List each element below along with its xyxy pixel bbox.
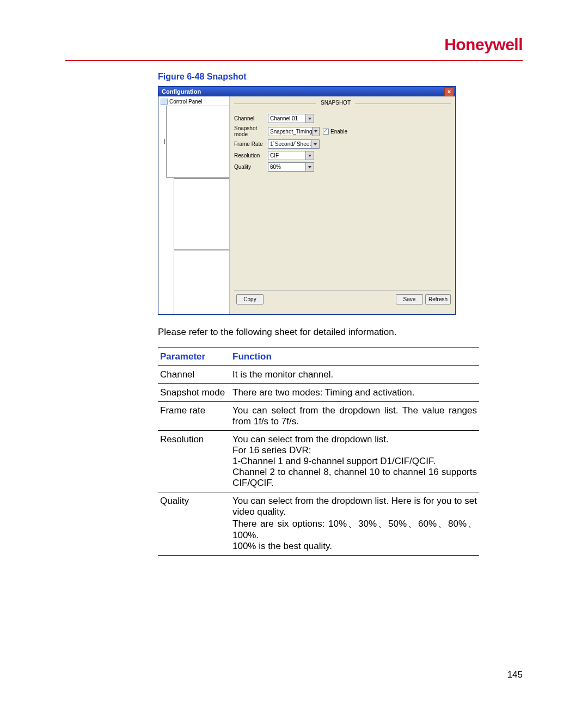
chevron-down-icon [305, 151, 314, 160]
config-main: SNAPSHOT Channel Channel 01 Snapshot mod… [230, 96, 455, 314]
rate-select[interactable]: 1`Second/`Sheet [268, 139, 320, 149]
param-cell: Quality [158, 492, 230, 556]
page-icon [174, 178, 230, 250]
config-titlebar: Configuration × [158, 87, 455, 96]
page-icon [174, 251, 230, 315]
figure-caption: Figure 6-48 Snapshot [158, 72, 485, 82]
enable-checkbox[interactable] [323, 129, 329, 135]
config-title: Configuration [162, 88, 201, 95]
save-button[interactable]: Save [396, 294, 423, 304]
th-function: Function [230, 348, 479, 366]
param-cell: Snapshot mode [158, 384, 230, 402]
res-value: CIF [270, 153, 279, 159]
table-row: ResolutionYou can select from the dropdo… [158, 431, 479, 492]
collapse-icon[interactable] [164, 139, 165, 144]
quality-label: Quality [234, 164, 268, 170]
config-window: Configuration × Control Panel Query Syst… [158, 86, 456, 315]
param-cell: Channel [158, 366, 230, 384]
page-icon [166, 106, 230, 178]
table-row: Snapshot modeThere are two modes: Timing… [158, 384, 479, 402]
rate-label: Frame Rate [234, 141, 268, 147]
brand-logo: Honeywell [444, 35, 523, 54]
mode-select[interactable]: Snapshot_Timing [268, 127, 320, 136]
mode-label: Snapshot mode [234, 125, 268, 137]
function-cell: It is the monitor channel. [230, 366, 479, 384]
chevron-down-icon [312, 127, 319, 136]
function-cell: You can select from the dropdown list. H… [230, 492, 479, 556]
quality-select[interactable]: 60% [268, 162, 314, 172]
tree-item[interactable]: HDD INFO [158, 250, 229, 314]
param-cell: Resolution [158, 431, 230, 492]
channel-value: Channel 01 [270, 115, 298, 121]
table-row: QualityYou can select from the dropdown … [158, 492, 479, 556]
table-row: ChannelIt is the monitor channel. [158, 366, 479, 384]
intro-text: Please refer to the following sheet for … [158, 327, 485, 338]
param-cell: Frame rate [158, 402, 230, 431]
config-tree[interactable]: Control Panel Query System Info VERSIONH… [158, 96, 230, 314]
close-icon[interactable]: × [444, 87, 454, 96]
parameter-table: Parameter Function ChannelIt is the moni… [158, 348, 479, 556]
mode-value: Snapshot_Timing [270, 129, 312, 135]
section-title: SNAPSHOT [321, 100, 351, 106]
table-row: Frame rateYou can select from the dropdo… [158, 402, 479, 431]
rate-value: 1`Second/`Sheet [270, 141, 311, 147]
chevron-down-icon [305, 163, 314, 171]
th-parameter: Parameter [158, 348, 230, 366]
chevron-down-icon [305, 114, 314, 123]
function-cell: You can select from the dropdown list. T… [230, 402, 479, 431]
res-select[interactable]: CIF [268, 151, 314, 160]
refresh-button[interactable]: Refresh [425, 294, 451, 304]
function-cell: You can select from the dropdown list. F… [230, 431, 479, 492]
channel-label: Channel [234, 115, 268, 121]
red-rule [65, 60, 523, 61]
quality-value: 60% [270, 164, 281, 170]
tree-root-label: Control Panel [169, 99, 203, 105]
channel-select[interactable]: Channel 01 [268, 114, 314, 123]
res-label: Resolution [234, 153, 268, 159]
page-number: 145 [507, 669, 523, 680]
panel-icon [161, 99, 168, 105]
tree-item[interactable]: VERSION [158, 178, 229, 250]
enable-label: Enable [330, 129, 347, 135]
function-cell: There are two modes: Timing and activati… [230, 384, 479, 402]
chevron-down-icon [311, 140, 319, 148]
copy-button[interactable]: Copy [236, 294, 264, 304]
